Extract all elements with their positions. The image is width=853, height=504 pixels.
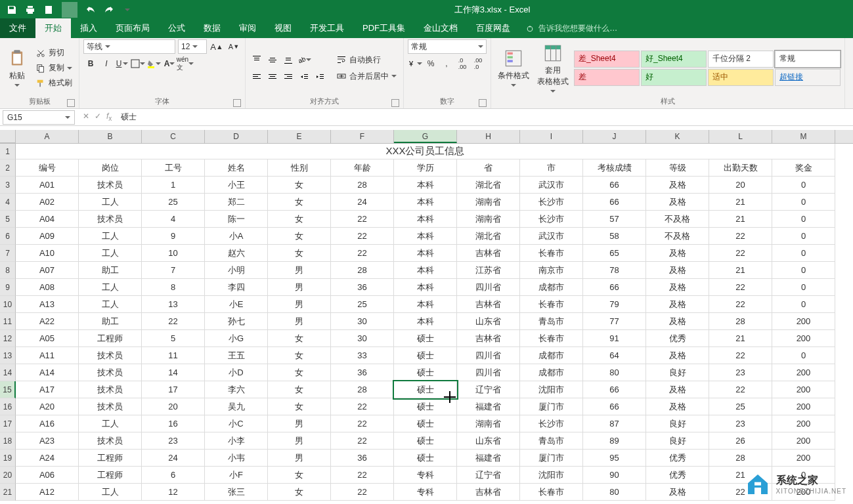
cell[interactable]: 编号	[16, 159, 79, 177]
dialog-launcher-icon[interactable]	[391, 99, 399, 107]
cell[interactable]: 专科	[394, 467, 457, 484]
cell[interactable]: 长沙市	[520, 211, 583, 228]
cell[interactable]: 辽宁省	[457, 381, 520, 398]
row-header[interactable]: 11	[0, 313, 16, 330]
cell[interactable]: 男	[268, 313, 331, 330]
cell[interactable]: 及格	[646, 262, 709, 279]
cell[interactable]: 24	[142, 450, 205, 467]
row-header[interactable]: 3	[0, 177, 16, 194]
row-header[interactable]: 9	[0, 279, 16, 296]
name-box[interactable]: G15	[3, 110, 75, 125]
cell[interactable]: 女	[268, 347, 331, 364]
cell[interactable]: 90	[583, 467, 646, 484]
cell[interactable]: A10	[16, 245, 79, 262]
cell[interactable]: 21	[709, 194, 772, 211]
cell[interactable]: 0	[772, 262, 835, 279]
cell[interactable]: 等级	[646, 159, 709, 177]
cell[interactable]: 成都市	[520, 364, 583, 381]
cell[interactable]: 硕士	[394, 347, 457, 364]
column-header[interactable]: G	[394, 130, 457, 143]
cell[interactable]: 24	[331, 194, 394, 211]
cell[interactable]: 成都市	[520, 279, 583, 296]
cell[interactable]: 武汉市	[520, 177, 583, 194]
cell[interactable]: 0	[772, 279, 835, 296]
cell[interactable]: A02	[16, 194, 79, 211]
cell[interactable]: 长春市	[520, 330, 583, 347]
cell[interactable]: 20	[142, 398, 205, 415]
cell[interactable]: 0	[772, 245, 835, 262]
cell[interactable]: 技术员	[79, 177, 142, 194]
cell[interactable]: 小A	[205, 228, 268, 245]
cell[interactable]: 及格	[646, 347, 709, 364]
cell[interactable]: 79	[583, 296, 646, 313]
cell[interactable]: 奖金	[772, 159, 835, 177]
cell[interactable]: 66	[583, 279, 646, 296]
print-preview-icon[interactable]	[41, 2, 56, 18]
column-header[interactable]: J	[583, 130, 646, 143]
cell[interactable]: 65	[583, 245, 646, 262]
format-painter-button[interactable]: 格式刷	[33, 76, 75, 90]
dialog-launcher-icon[interactable]	[67, 99, 75, 107]
row-header[interactable]: 10	[0, 296, 16, 313]
cell[interactable]: 4	[142, 211, 205, 228]
cell[interactable]: 12	[142, 484, 205, 501]
cell[interactable]: 福建省	[457, 450, 520, 467]
align-left-icon[interactable]	[250, 70, 264, 84]
cell[interactable]: 本科	[394, 228, 457, 245]
cell[interactable]: 吉林省	[457, 330, 520, 347]
cell[interactable]: 李六	[205, 381, 268, 398]
cell[interactable]: 0	[772, 296, 835, 313]
align-bottom-icon[interactable]	[281, 52, 295, 67]
cell[interactable]: 28	[709, 450, 772, 467]
cell[interactable]: 5	[142, 330, 205, 347]
cell[interactable]: 技术员	[79, 347, 142, 364]
cell[interactable]: 80	[583, 364, 646, 381]
cell[interactable]: 22	[331, 398, 394, 415]
cell[interactable]: 22	[709, 279, 772, 296]
cell[interactable]: 孙七	[205, 313, 268, 330]
row-header[interactable]: 16	[0, 398, 16, 415]
column-header[interactable]: D	[205, 130, 268, 143]
column-header[interactable]: F	[331, 130, 394, 143]
tab-baidu[interactable]: 百度网盘	[467, 18, 519, 38]
cell[interactable]: 本科	[394, 194, 457, 211]
cell[interactable]: 0	[772, 211, 835, 228]
cell[interactable]: 64	[583, 347, 646, 364]
column-header[interactable]: I	[520, 130, 583, 143]
orientation-icon[interactable]: ab	[297, 52, 311, 67]
cell[interactable]: 26	[709, 432, 772, 450]
cell[interactable]: 本科	[394, 313, 457, 330]
cell[interactable]: 山东省	[457, 432, 520, 450]
style-cell[interactable]: 千位分隔 2	[708, 51, 774, 68]
cell[interactable]: 小F	[205, 467, 268, 484]
cell[interactable]: 22	[331, 432, 394, 450]
cell[interactable]: 1	[142, 177, 205, 194]
row-header[interactable]: 17	[0, 415, 16, 432]
cell[interactable]: 及格	[646, 484, 709, 501]
cell[interactable]: 武汉市	[520, 228, 583, 245]
enter-icon[interactable]: ✓	[95, 112, 101, 122]
style-cell[interactable]: 适中	[708, 69, 774, 86]
row-header[interactable]: 8	[0, 262, 16, 279]
cell[interactable]: 长春市	[520, 484, 583, 501]
cell[interactable]: 23	[709, 364, 772, 381]
cell[interactable]: A01	[16, 177, 79, 194]
cell[interactable]: 77	[583, 313, 646, 330]
cell[interactable]: 23	[142, 432, 205, 450]
number-format-combo[interactable]: 常规	[408, 39, 487, 54]
cell[interactable]: 不及格	[646, 228, 709, 245]
cell[interactable]: 四川省	[457, 364, 520, 381]
cell[interactable]: 年龄	[331, 159, 394, 177]
quick-print-icon[interactable]	[22, 2, 38, 18]
column-header[interactable]: B	[79, 130, 142, 143]
spreadsheet-grid[interactable]: ABCDEFGHIJKLM 1XXX公司员工信息2编号岗位工号姓名性别年龄学历省…	[0, 130, 853, 504]
cell[interactable]: 湖南省	[457, 211, 520, 228]
cell[interactable]: 本科	[394, 211, 457, 228]
row-header[interactable]: 18	[0, 432, 16, 450]
cancel-icon[interactable]: ✕	[83, 112, 89, 122]
cell[interactable]: 及格	[646, 398, 709, 415]
column-header[interactable]: A	[16, 130, 79, 143]
cell[interactable]: 0	[772, 228, 835, 245]
format-as-table-button[interactable]: 套用 表格格式	[535, 41, 571, 95]
save-icon[interactable]	[4, 2, 20, 18]
